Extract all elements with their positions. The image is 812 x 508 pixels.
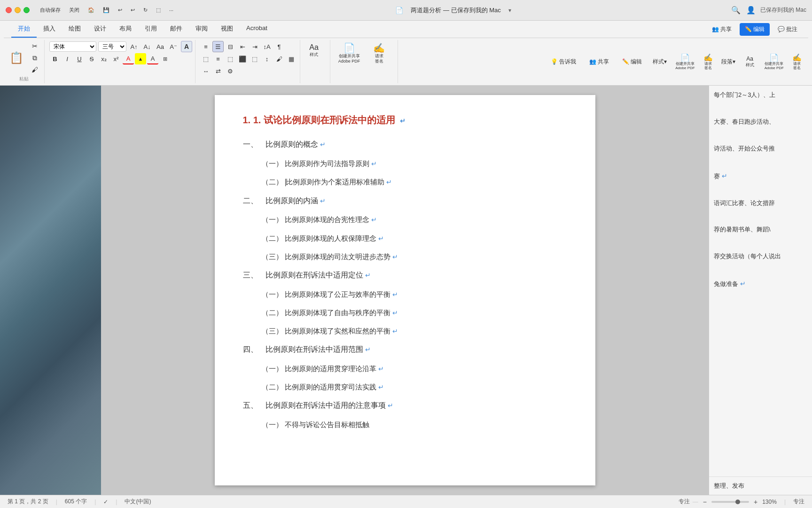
styles-panel-button[interactable]: 样式▾ [650, 56, 670, 67]
show-marks-button[interactable]: ¶ [273, 41, 285, 52]
section-1: 一、 比例原则的概念↵ [243, 138, 567, 151]
tab-layout[interactable]: 布局 [113, 21, 138, 38]
user-icon[interactable]: 👤 [745, 5, 757, 16]
redo-button[interactable]: ↩ [128, 6, 138, 14]
autosave-button[interactable]: 自动保存 [37, 6, 63, 15]
superscript-button[interactable]: x² [110, 53, 122, 64]
char-scale-button[interactable]: ↔ [200, 65, 211, 77]
align-center-button[interactable]: ≡ [212, 53, 224, 64]
tab-references[interactable]: 引用 [138, 21, 164, 38]
increase-font-button[interactable]: A↑ [128, 41, 140, 52]
styles-right-button[interactable]: Aa 样式 [741, 54, 759, 70]
right-line-10 [714, 212, 807, 221]
request-sign-far-button[interactable]: ✍ 请求签名 [789, 52, 804, 72]
chevron-down-icon[interactable]: ▾ [508, 7, 511, 14]
focus-mode[interactable]: 专注 [679, 498, 690, 506]
border-button[interactable]: ▦ [286, 53, 297, 64]
search-icon[interactable]: 🔍 [730, 5, 742, 16]
list-number-button[interactable]: ☰ [212, 41, 224, 52]
tab-acrobat[interactable]: Acrobat [240, 21, 274, 38]
close-doc-button[interactable]: 关闭 [66, 6, 82, 15]
underline-button[interactable]: U [74, 53, 85, 64]
multilevel-list-button[interactable]: ⊟ [225, 41, 236, 52]
request-sign-right-button[interactable]: ✍ 请求签名 [701, 52, 716, 72]
distribute-button[interactable]: ⬚ [249, 53, 260, 64]
paste-button[interactable]: 📋 [7, 49, 26, 67]
tab-design[interactable]: 设计 [87, 21, 113, 38]
undo-button[interactable]: ↩ [115, 6, 125, 14]
right-line-13: 荐交换活动（每个人说出 [714, 252, 807, 262]
focus-right-label[interactable]: 专注 [793, 498, 804, 506]
tab-insert[interactable]: 插入 [37, 21, 62, 38]
word-count: 605 个字 [65, 498, 87, 506]
tell-me-button[interactable]: 💡 告诉我 [546, 56, 581, 68]
char-border-button[interactable]: ⊞ [159, 53, 171, 64]
sort-button[interactable]: ↕A [261, 41, 273, 52]
ribbon-tabs-row: 开始 插入 绘图 设计 布局 引用 邮件 审阅 视图 Acrobat 👥 共享 … [0, 21, 812, 38]
home-button[interactable]: 🏠 [85, 6, 97, 14]
styles-button[interactable]: Aa 样式 [305, 41, 323, 60]
format-paint-button[interactable]: 🖌 [28, 64, 41, 75]
shading-button[interactable]: A [147, 53, 158, 64]
tab-view[interactable]: 视图 [214, 21, 240, 38]
cut-button[interactable]: ✂ [28, 41, 41, 52]
copy-button[interactable]: ⧉ [28, 53, 41, 64]
share-button-top[interactable]: 👥 共享 [707, 23, 737, 36]
decrease-indent-button[interactable]: ⇤ [237, 41, 248, 52]
justify-button[interactable]: ⬛ [237, 53, 248, 64]
share-right-button[interactable]: 👥 共享 [584, 56, 614, 68]
zoom-in-button[interactable]: + [752, 498, 759, 506]
create-share-pdf-button[interactable]: 📄 创建并共享Adobe PDF [335, 41, 363, 65]
minimize-button[interactable] [15, 7, 21, 13]
highlight-button[interactable]: ▲ [135, 53, 146, 64]
increase-indent-button[interactable]: ⇥ [249, 41, 260, 52]
line-spacing-button[interactable]: ↕ [261, 53, 273, 64]
edit-right-button[interactable]: ✏️ 编辑 [617, 56, 647, 68]
zoom-out-button[interactable]: − [701, 498, 709, 506]
tab-draw[interactable]: 绘图 [62, 21, 87, 38]
zoom-slider[interactable] [711, 501, 749, 503]
doc-page: 1. 1. 试论比例原则在刑诉法中的适用 ↵ 一、 比例原则的概念↵ （一） 比… [215, 95, 595, 485]
tab-mailings[interactable]: 邮件 [164, 21, 189, 38]
docformat-button[interactable]: ⬚ [153, 6, 164, 14]
sign-far-icon: ✍ [792, 53, 802, 62]
close-button[interactable] [6, 7, 12, 13]
font-size-select[interactable]: 三号 [98, 41, 126, 52]
maximize-button[interactable] [23, 7, 30, 13]
font-family-select[interactable]: 宋体 [49, 41, 96, 52]
list-bullet-button[interactable]: ≡ [200, 41, 211, 52]
align-right-button[interactable]: ⬚ [225, 53, 236, 64]
paragraph-right-button[interactable]: 段落▾ [718, 56, 738, 67]
save-button[interactable]: 💾 [100, 6, 112, 14]
tab-home[interactable]: 开始 [11, 21, 37, 38]
para-settings-button[interactable]: ⚙ [225, 65, 236, 77]
share-icon: 👥 [712, 26, 719, 32]
tab-review[interactable]: 审阅 [189, 21, 214, 38]
font-color-button[interactable]: A [123, 53, 134, 64]
decrease-font-button[interactable]: A↓ [141, 41, 153, 52]
create-share-pdf-right-button[interactable]: 📄 创建并共享Adobe PDF [672, 51, 697, 72]
strikethrough-button[interactable]: S [86, 53, 97, 64]
section-3-2-num: （二） [262, 306, 283, 319]
more-button[interactable]: ··· [166, 7, 176, 14]
shading-para-button[interactable]: 🖌 [273, 53, 285, 64]
comment-button-top[interactable]: 💬 批注 [773, 23, 803, 36]
create-share-pdf-far-button[interactable]: 📄 创建并共享Adobe PDF [762, 52, 787, 72]
subscript-button[interactable]: x₂ [98, 53, 109, 64]
char-spacing-button[interactable]: ⇄ [212, 65, 224, 77]
refresh-button[interactable]: ↻ [141, 6, 150, 14]
clear-format-button[interactable]: A⁻ [168, 41, 179, 52]
request-sign-button[interactable]: ✍ 请求签名 [366, 41, 392, 65]
section-1-2-text: 比例原则作为个案适用标准辅助↵ [285, 175, 392, 188]
align-left-button[interactable]: ⬚ [200, 53, 211, 64]
paste-group: 📋 ✂ ⧉ 🖌 粘贴 [4, 40, 45, 83]
doc-scroll[interactable]: 1. 1. 试论比例原则在刑诉法中的适用 ↵ 一、 比例原则的概念↵ （一） 比… [101, 86, 709, 495]
edit-button-top[interactable]: ✏️ 编辑 [740, 23, 770, 36]
saved-location: 已保存到我的 Mac [760, 6, 806, 14]
right-panel: 每个部门2～3人）、上 大赛、春日跑步活动、 诗活动、开始公众号推 赛↵ 语词汇… [709, 86, 812, 495]
section-4-text: 比例原则在刑诉法中适用范围↵ [265, 343, 371, 357]
italic-button[interactable]: I [62, 53, 73, 64]
bold-button[interactable]: B [49, 53, 61, 64]
text-effect-button[interactable]: A [181, 41, 192, 52]
change-case-button[interactable]: Aa [155, 41, 166, 52]
